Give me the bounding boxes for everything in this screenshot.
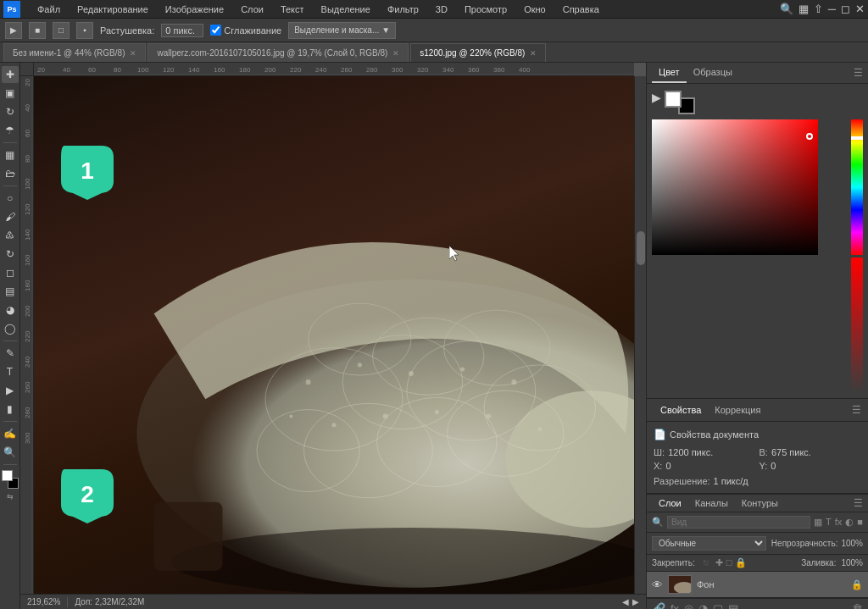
blur-tool[interactable]: ◕ [2, 302, 19, 318]
tab-1-close[interactable]: ✕ [130, 49, 136, 58]
color-gradient-area[interactable] [652, 119, 848, 255]
arrange-icon[interactable]: ▦ [798, 3, 809, 15]
share-icon[interactable]: ⇧ [814, 3, 823, 15]
maximize-icon[interactable]: ◻ [841, 3, 850, 15]
tab-1[interactable]: Без имени-1 @ 44% (RGB/8) ✕ [3, 43, 146, 62]
layer-kind-icon[interactable]: ▦ [814, 517, 822, 528]
brush-tool[interactable]: 🖌 [2, 208, 19, 225]
badge-1[interactable]: 1 [58, 142, 117, 202]
layer-visibility-icon[interactable]: 👁 [652, 579, 663, 591]
fg-color-picker-swatch[interactable] [665, 91, 682, 108]
crop-tool[interactable]: ▦ [2, 147, 19, 163]
nav-left-icon[interactable]: ◀ [622, 597, 629, 606]
layer-fx-icon[interactable]: fx [670, 602, 679, 609]
tab-3-close[interactable]: ✕ [530, 49, 537, 58]
move-tool[interactable]: ✚ [2, 66, 19, 83]
color-panel-menu-icon[interactable]: ☰ [854, 67, 863, 79]
eraser-tool[interactable]: ◻ [2, 264, 19, 281]
fg-color-swatch[interactable] [2, 470, 13, 481]
anti-alias-checkbox[interactable] [210, 25, 221, 36]
layer-item-fon[interactable]: 👁 Фон 🔒 [647, 572, 868, 598]
lock-pixels-icon[interactable]: ◾ [700, 557, 712, 568]
menu-file[interactable]: Файл [34, 3, 64, 16]
hue-slider[interactable] [851, 119, 863, 255]
tab-2-close[interactable]: ✕ [392, 49, 399, 58]
layers-footer: 🔗 fx ◎ ◑ ▢ ▤ 🗑 [647, 598, 868, 609]
badge-2[interactable]: 2 [58, 466, 117, 525]
layer-adjust-icon[interactable]: ◑ [698, 602, 708, 609]
layer-mode-icon[interactable]: ◐ [845, 517, 854, 528]
text-tool[interactable]: T [2, 363, 19, 380]
lasso-tool[interactable]: ↻ [2, 103, 19, 120]
menu-3d[interactable]: 3D [432, 3, 451, 16]
layer-attr-icon[interactable]: ■ [857, 517, 863, 528]
hand-tool[interactable]: ✍ [2, 425, 19, 442]
tab-correction[interactable]: Коррекция [708, 402, 767, 418]
properties-menu-icon[interactable]: ☰ [852, 404, 861, 416]
marquee-tool[interactable]: ▣ [2, 85, 19, 102]
layers-search-input[interactable] [667, 516, 810, 529]
tool-options-icon[interactable]: ▶ [5, 22, 22, 39]
eyedropper-tool[interactable]: 🗁 [2, 165, 19, 182]
menu-text[interactable]: Текст [277, 3, 308, 16]
history-brush-tool[interactable]: ↻ [2, 246, 19, 263]
refine-icon[interactable]: ▪ [76, 22, 93, 39]
tab-channels[interactable]: Каналы [688, 495, 735, 512]
swap-colors-icon[interactable]: ⇆ [7, 492, 14, 501]
layer-thumbnail [668, 575, 692, 594]
fill-value[interactable]: 100% [841, 558, 863, 567]
layer-delete-icon[interactable]: 🗑 [852, 602, 863, 609]
zoom-tool[interactable]: 🔍 [2, 444, 19, 461]
lock-position-icon[interactable]: ✚ [715, 557, 723, 568]
layer-mask-icon[interactable]: ◎ [684, 602, 693, 609]
color-saturation-area[interactable] [652, 119, 818, 255]
tab-properties[interactable]: Свойства [654, 402, 708, 418]
lock-all-icon[interactable]: 🔒 [735, 557, 747, 568]
tab-3[interactable]: s1200.jpg @ 220% (RGB/8) ✕ [410, 43, 546, 62]
lock-artboard-icon[interactable]: □ [726, 557, 732, 568]
select-mask-button[interactable]: Выделение и маска... ▼ [288, 22, 396, 39]
layer-name-fon[interactable]: Фон [697, 579, 846, 590]
layer-group-icon[interactable]: ▢ [713, 602, 723, 609]
layer-effect-icon[interactable]: fx [835, 517, 843, 528]
layers-menu-icon[interactable]: ☰ [854, 497, 863, 509]
magic-wand-tool[interactable]: ☂ [2, 122, 19, 139]
pen-tool[interactable]: ✎ [2, 345, 19, 362]
search-icon[interactable]: 🔍 [780, 3, 793, 15]
layer-new-icon[interactable]: ▤ [728, 602, 738, 609]
minimize-icon[interactable]: ─ [828, 3, 836, 15]
gradient-tool[interactable]: ▤ [2, 283, 19, 300]
tab-color[interactable]: Цвет [652, 63, 687, 83]
brush-icon[interactable]: ■ [29, 22, 46, 39]
path-select-tool[interactable]: ▶ [2, 382, 19, 399]
scroll-thumb-v[interactable] [637, 231, 645, 265]
close-icon[interactable]: ✕ [855, 3, 865, 15]
menu-edit[interactable]: Редактирование [74, 3, 152, 16]
heal-tool[interactable]: ○ [2, 190, 19, 207]
layer-link-icon[interactable]: 🔗 [652, 602, 665, 609]
menu-window[interactable]: Окно [520, 3, 549, 16]
tab-layers[interactable]: Слои [652, 495, 688, 512]
selection-icon[interactable]: □ [53, 22, 70, 39]
dodge-tool[interactable]: ◯ [2, 320, 19, 337]
shape-tool[interactable]: ▮ [2, 401, 19, 418]
tab-2[interactable]: wallperz.com-2016107105016.jpg @ 19,7% (… [147, 43, 409, 62]
tab-samples[interactable]: Образцы [687, 63, 739, 83]
brush-size-input[interactable] [161, 24, 203, 37]
layer-name-icon[interactable]: T [826, 517, 832, 528]
menu-view[interactable]: Просмотр [461, 3, 510, 16]
menu-help[interactable]: Справка [559, 3, 603, 16]
scrollbar-vertical[interactable] [634, 76, 646, 594]
menu-image[interactable]: Изображение [162, 3, 227, 16]
menu-select[interactable]: Выделение [318, 3, 374, 16]
clone-tool[interactable]: ♳ [2, 227, 19, 244]
nav-right-icon[interactable]: ▶ [632, 597, 639, 606]
blend-mode-select[interactable]: Обычные [652, 536, 766, 551]
menu-filter[interactable]: Фильтр [384, 3, 422, 16]
menu-layers[interactable]: Слои [237, 3, 267, 16]
tab-paths[interactable]: Контуры [735, 495, 785, 512]
opacity-value[interactable]: 100% [841, 539, 863, 548]
color-arrow-icon[interactable]: ▶ [652, 91, 661, 114]
opacity-slider[interactable] [851, 257, 863, 393]
ruler-corner [20, 63, 34, 76]
